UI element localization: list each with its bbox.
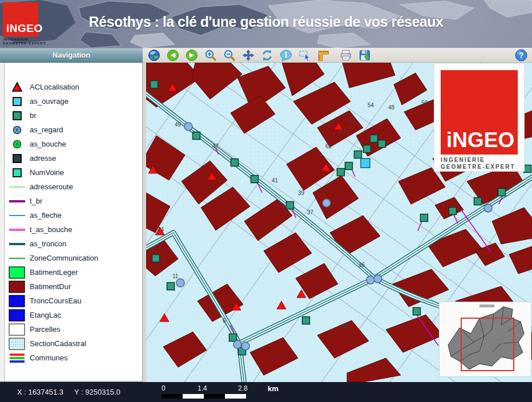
legend-item-TroncCoursEau[interactable]: TroncCoursEau <box>5 294 142 308</box>
measure-icon <box>317 49 330 62</box>
br-symbol <box>474 198 482 205</box>
legend-item-label: as_bouche <box>30 140 66 148</box>
legend-item-Communes[interactable]: Communes <box>5 351 142 365</box>
svg-text:47: 47 <box>212 143 219 149</box>
panel-splitter[interactable] <box>0 63 5 381</box>
pan-button[interactable] <box>241 48 255 62</box>
br-symbol <box>167 283 175 290</box>
legend-item-label: t_as_bouche <box>30 225 72 234</box>
layer-symbol-circle-icon <box>5 138 30 151</box>
status-bar: X : 1637451.3 Y : 9250315.0 0 1.4 2.8 km <box>0 382 532 402</box>
legend-item-Parcelles[interactable]: Parcelles <box>5 322 142 336</box>
legend-item-adresse[interactable]: adresse <box>5 151 142 165</box>
info-button[interactable] <box>279 48 293 62</box>
as-ouvrage-symbol <box>361 159 370 168</box>
svg-text:?: ? <box>519 51 524 60</box>
forward-button[interactable] <box>185 48 199 62</box>
help-button[interactable]: ? <box>514 48 528 62</box>
overview-map[interactable] <box>440 302 531 376</box>
layer-symbol-rect-icon <box>5 309 30 322</box>
layer-symbol-rect-icon <box>5 281 30 293</box>
map-toolbar <box>143 48 532 63</box>
layer-symbol-dots-icon <box>5 338 30 350</box>
legend-item-label: t_br <box>30 197 42 205</box>
layer-symbol-rect-icon <box>5 295 30 307</box>
layer-symbol-line-icon <box>5 238 30 250</box>
refresh-button[interactable] <box>260 48 274 62</box>
legend-item-as_troncon[interactable]: as_troncon <box>5 237 142 251</box>
legend-item-as_regard[interactable]: as_regard <box>5 123 142 137</box>
layer-symbol-triangle-icon <box>5 81 30 94</box>
svg-text:14: 14 <box>158 226 164 233</box>
svg-text:48: 48 <box>388 104 395 111</box>
help-icon: ? <box>515 49 527 62</box>
br-symbol <box>364 145 371 153</box>
legend-item-as_fleche[interactable]: as_fleche <box>5 208 142 222</box>
legend-item-SectionCadastral[interactable]: SectionCadastral <box>5 336 142 351</box>
legend-item-BatimentLeger[interactable]: BatimentLeger <box>5 265 142 279</box>
select-icon <box>299 49 311 62</box>
legend-item-adresseroute[interactable]: adresseroute <box>5 180 142 194</box>
br-symbol <box>229 334 237 342</box>
scale-tick-1: 1.4 <box>198 384 207 392</box>
legend-item-label: Communes <box>30 354 67 362</box>
svg-text:6: 6 <box>223 318 226 324</box>
layer-symbol-rect-icon <box>5 266 30 279</box>
svg-text:11: 11 <box>172 273 179 279</box>
zoom-in-icon <box>204 49 217 62</box>
back-button[interactable] <box>166 48 180 62</box>
svg-text:54: 54 <box>368 102 374 108</box>
page-title: Résothys : la clé d'une gestion réussie … <box>0 14 532 30</box>
br-symbol <box>449 208 457 215</box>
br-symbol <box>152 255 160 262</box>
coordinate-x: X : 1637451.3 <box>17 388 63 396</box>
as-regard-symbol <box>323 199 331 207</box>
layer-symbol-square-icon <box>5 109 30 122</box>
ingeo-logo: iNGEO INGENIERIE GEOMETRE-EXPERT <box>3 2 71 46</box>
svg-text:42: 42 <box>340 128 347 135</box>
legend-item-BatimentDur[interactable]: BatimentDur <box>5 279 142 294</box>
legend-item-t_br[interactable]: t_br <box>5 194 142 208</box>
legend-item-label: EtangLac <box>30 311 61 319</box>
ingeo-logo-mark: iNGEO <box>441 70 518 155</box>
select-button[interactable] <box>298 48 312 62</box>
br-symbol <box>354 151 362 159</box>
legend-item-label: SectionCadastral <box>30 339 86 348</box>
br-symbol <box>251 176 259 183</box>
globe-button[interactable] <box>147 48 161 62</box>
overview-map-canvas <box>440 302 531 376</box>
globe-icon <box>148 49 160 62</box>
legend-item-ZoneCommunication[interactable]: ZoneCommunication <box>5 251 142 265</box>
legend-item-t_as_bouche[interactable]: t_as_bouche <box>5 222 142 237</box>
legend-item-as_ouvrage[interactable]: as_ouvrage <box>5 94 142 108</box>
layer-symbol-square-icon <box>5 95 30 108</box>
measure-button[interactable] <box>317 48 331 62</box>
navigation-panel: ACLocalisationas_ouvragebras_regardas_bo… <box>0 63 143 382</box>
br-symbol <box>345 163 353 170</box>
br-symbol <box>421 214 428 222</box>
legend-item-br[interactable]: br <box>5 108 142 123</box>
map-viewport[interactable]: 4947413937444254485062363311146 iNGEO IN… <box>146 63 532 382</box>
legend-item-label: as_regard <box>30 125 63 134</box>
br-symbol <box>413 308 421 315</box>
legend-item-ACLocalisation[interactable]: ACLocalisation <box>5 80 142 94</box>
as-regard-symbol <box>176 279 184 287</box>
print-button[interactable] <box>339 48 353 62</box>
layer-symbol-line-icon <box>5 252 30 265</box>
br-symbol <box>378 140 386 148</box>
layer-symbol-line-icon <box>5 195 30 208</box>
legend-item-label: adresse <box>30 154 56 163</box>
scale-unit: km <box>268 384 279 393</box>
zoom-out-button[interactable] <box>223 48 236 62</box>
legend-item-EtangLac[interactable]: EtangLac <box>5 308 142 322</box>
legend-item-label: br <box>30 111 37 120</box>
zoom-in-button[interactable] <box>204 48 217 62</box>
zoom-out-icon <box>223 49 236 62</box>
legend-item-NumVoirie[interactable]: NumVoirie <box>5 165 142 180</box>
layer-symbol-circle-icon <box>5 124 30 136</box>
legend-item-as_bouche[interactable]: as_bouche <box>5 137 142 151</box>
legend-item-label: as_troncon <box>30 239 66 248</box>
scale-bar <box>162 394 246 399</box>
as-regard-symbol <box>184 123 192 131</box>
save-button[interactable] <box>358 48 372 62</box>
